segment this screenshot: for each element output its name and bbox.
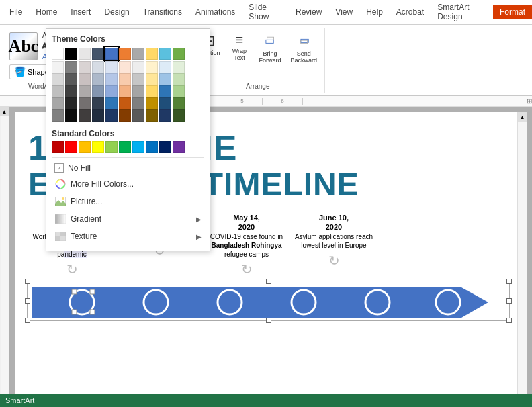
shade-4-5[interactable] bbox=[105, 97, 118, 109]
shade-3-5[interactable] bbox=[105, 85, 118, 97]
tab-animations[interactable]: Animations bbox=[189, 5, 242, 19]
tab-bar: File Home Insert Design Transitions Anim… bbox=[0, 0, 532, 25]
texture-item[interactable]: Texture ▶ bbox=[52, 228, 204, 245]
shade-2-10[interactable] bbox=[173, 73, 185, 85]
tab-design[interactable]: Design bbox=[97, 5, 136, 19]
shade-3-2[interactable] bbox=[65, 85, 77, 97]
std-swatch-8[interactable] bbox=[146, 141, 158, 153]
shade-2-3[interactable] bbox=[79, 73, 91, 85]
shade-3-1[interactable] bbox=[52, 85, 64, 97]
shade-5-3[interactable] bbox=[79, 109, 91, 122]
shade-1-10[interactable] bbox=[173, 61, 185, 73]
shade-3-3[interactable] bbox=[79, 85, 91, 97]
picture-item[interactable]: Picture... bbox=[52, 193, 204, 210]
tab-smartart-design[interactable]: SmartArt Design bbox=[431, 0, 493, 24]
shade-3-7[interactable] bbox=[132, 85, 144, 97]
shade-4-6[interactable] bbox=[119, 97, 131, 109]
shade-2-8[interactable] bbox=[146, 73, 158, 85]
shade-4-4[interactable] bbox=[92, 97, 104, 109]
tab-help[interactable]: Help bbox=[359, 5, 390, 19]
wrap-text-button[interactable]: ≡ Wrap Text bbox=[226, 30, 253, 63]
send-backward-button[interactable]: ▭ ▭ Send Backward bbox=[287, 30, 320, 66]
shade-5-2[interactable] bbox=[65, 109, 77, 122]
tab-home[interactable]: Home bbox=[29, 5, 64, 19]
shade-2-1[interactable] bbox=[52, 73, 64, 85]
std-swatch-5[interactable] bbox=[105, 141, 118, 153]
std-swatch-4[interactable] bbox=[92, 141, 104, 153]
tab-insert[interactable]: Insert bbox=[64, 5, 97, 19]
shade-3-9[interactable] bbox=[159, 85, 171, 97]
more-fill-colors-item[interactable]: More Fill Colors... bbox=[52, 175, 204, 193]
ruler-expand-button[interactable]: ⊞ bbox=[527, 97, 532, 105]
swatch-gray2[interactable] bbox=[132, 48, 144, 60]
shade-3-10[interactable] bbox=[173, 85, 185, 97]
shade-5-10[interactable] bbox=[173, 109, 185, 122]
shade-5-8[interactable] bbox=[146, 109, 158, 122]
shade-4-7[interactable] bbox=[132, 97, 144, 109]
svg-rect-8 bbox=[90, 289, 95, 294]
std-swatch-1[interactable] bbox=[52, 141, 64, 153]
std-swatch-9[interactable] bbox=[159, 141, 171, 153]
swatch-gold[interactable] bbox=[146, 48, 158, 60]
shade-1-4[interactable] bbox=[92, 61, 104, 73]
scroll-up-button[interactable]: ▲ bbox=[0, 107, 9, 116]
tab-review[interactable]: Review bbox=[289, 5, 328, 19]
shade-2-6[interactable] bbox=[119, 73, 131, 85]
shade-2-2[interactable] bbox=[65, 73, 77, 85]
std-swatch-10[interactable] bbox=[173, 141, 185, 153]
swatch-orange[interactable] bbox=[119, 48, 131, 60]
shade-2-5[interactable] bbox=[105, 73, 118, 85]
swatch-green[interactable] bbox=[173, 48, 185, 60]
shade-3-8[interactable] bbox=[146, 85, 158, 97]
shade-2-9[interactable] bbox=[159, 73, 171, 85]
shade-1-1[interactable] bbox=[52, 61, 64, 73]
std-swatch-3[interactable] bbox=[79, 141, 91, 153]
shade-1-9[interactable] bbox=[159, 61, 171, 73]
tab-acrobat[interactable]: Acrobat bbox=[390, 5, 431, 19]
shade-1-7[interactable] bbox=[132, 61, 144, 73]
shade-4-3[interactable] bbox=[79, 97, 91, 109]
tab-transitions[interactable]: Transitions bbox=[136, 5, 189, 19]
shade-5-4[interactable] bbox=[92, 109, 104, 122]
shade-1-8[interactable] bbox=[146, 61, 158, 73]
shade-5-1[interactable] bbox=[52, 109, 64, 122]
shade-2-7[interactable] bbox=[132, 73, 144, 85]
scroll-up-right-button[interactable]: ▲ bbox=[518, 112, 527, 122]
shade-5-5[interactable] bbox=[105, 109, 118, 122]
shade-4-1[interactable] bbox=[52, 97, 64, 109]
swatch-light-gray[interactable] bbox=[79, 48, 91, 60]
std-swatch-7[interactable] bbox=[132, 141, 144, 153]
shade-5-9[interactable] bbox=[159, 109, 171, 122]
swatch-light-blue[interactable] bbox=[159, 48, 171, 60]
shade-5-7[interactable] bbox=[132, 109, 144, 122]
swatch-black[interactable] bbox=[65, 48, 77, 60]
shade-4-9[interactable] bbox=[159, 97, 171, 109]
paint-bucket-icon: 🪣 bbox=[14, 66, 26, 77]
no-fill-item[interactable]: ✓ No Fill bbox=[52, 161, 204, 175]
texture-arrow-icon: ▶ bbox=[196, 233, 202, 240]
shade-4-8[interactable] bbox=[146, 97, 158, 109]
tab-slideshow[interactable]: Slide Show bbox=[242, 0, 289, 24]
shade-2-4[interactable] bbox=[92, 73, 104, 85]
shade-1-2[interactable] bbox=[65, 61, 77, 73]
bring-forward-button[interactable]: ▭ ▭ Bring Forward bbox=[255, 30, 284, 66]
shade-5-6[interactable] bbox=[119, 109, 131, 122]
tab-view[interactable]: View bbox=[328, 5, 359, 19]
std-swatch-6[interactable] bbox=[119, 141, 131, 153]
shade-1-3[interactable] bbox=[79, 61, 91, 73]
shade-4-10[interactable] bbox=[173, 97, 185, 109]
shade-3-6[interactable] bbox=[119, 85, 131, 97]
shade-3-4[interactable] bbox=[92, 85, 104, 97]
swatch-blue[interactable] bbox=[105, 48, 118, 60]
tab-format[interactable]: Format bbox=[493, 5, 532, 19]
tab-file[interactable]: File bbox=[3, 5, 29, 19]
shade-4-2[interactable] bbox=[65, 97, 77, 109]
swatch-white[interactable] bbox=[52, 48, 64, 60]
shade-1-5[interactable] bbox=[105, 61, 118, 73]
shade-1-6[interactable] bbox=[119, 61, 131, 73]
gradient-item[interactable]: Gradient ▶ bbox=[52, 210, 204, 228]
abc-button[interactable]: Abc bbox=[9, 32, 38, 60]
std-swatch-2[interactable] bbox=[65, 141, 77, 153]
swatch-dark-blue-gray[interactable] bbox=[92, 48, 104, 60]
wrap-text-icon: ≡ bbox=[236, 32, 244, 48]
